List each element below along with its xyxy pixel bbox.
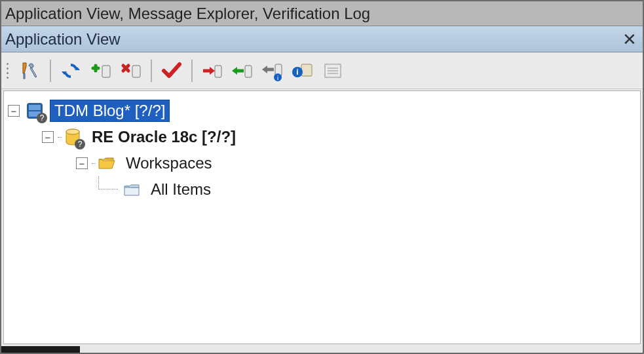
- tree-node-label[interactable]: All Items: [147, 179, 215, 200]
- toolbar-separator: [191, 60, 193, 82]
- export-button[interactable]: [199, 58, 225, 84]
- toolbar-grip: [5, 60, 13, 82]
- check-icon: [161, 60, 182, 81]
- panel-title: Application View: [5, 30, 121, 49]
- svg-point-23: [66, 129, 79, 134]
- refresh-button[interactable]: [58, 58, 84, 84]
- toolbar: i i: [1, 52, 643, 89]
- import-button[interactable]: [229, 58, 256, 84]
- svg-rect-2: [102, 66, 110, 77]
- arrow-left-db-icon: [232, 60, 253, 81]
- toolbar-separator: [50, 60, 51, 82]
- svg-text:i: i: [296, 68, 298, 77]
- tree-node-database[interactable]: − ? RE Oracle 18c [?/?]: [8, 124, 636, 150]
- configure-button[interactable]: [17, 58, 43, 84]
- tree-node-label[interactable]: Workspaces: [122, 153, 216, 174]
- arrow-right-db-icon: [202, 60, 223, 81]
- tree-node-label[interactable]: TDM Blog* [?/?]: [50, 100, 170, 122]
- folder-open-icon: [98, 154, 116, 172]
- tab-strip-label[interactable]: Application View, Message Explorer, Veri…: [5, 5, 370, 23]
- tree-icon: [96, 152, 118, 174]
- toolbar-separator: [151, 60, 152, 82]
- question-badge-icon: ?: [75, 139, 85, 149]
- panel-title-bar: Application View ✕: [1, 26, 643, 52]
- window-frame: Application View, Message Explorer, Veri…: [0, 0, 644, 354]
- svg-rect-20: [29, 105, 41, 110]
- question-badge-icon: ?: [37, 113, 47, 123]
- hammer-wrench-icon: [20, 60, 41, 81]
- close-button[interactable]: ✕: [620, 30, 639, 49]
- svg-marker-5: [210, 67, 215, 75]
- tree-icon: ?: [24, 100, 46, 122]
- svg-rect-4: [215, 66, 221, 77]
- tab-strip: Application View, Message Explorer, Veri…: [1, 1, 643, 26]
- info-table-icon: i: [292, 60, 313, 81]
- tree-node-workspaces[interactable]: − Workspaces: [8, 150, 636, 176]
- plus-db-icon: [90, 60, 111, 81]
- refresh-icon: [60, 60, 81, 81]
- remove-button[interactable]: [118, 58, 144, 84]
- add-button[interactable]: [88, 58, 114, 84]
- x-db-icon: [121, 60, 142, 81]
- tree-icon: ?: [62, 126, 84, 148]
- tree-node-label[interactable]: RE Oracle 18c [?/?]: [88, 127, 240, 148]
- svg-rect-3: [132, 66, 140, 77]
- details-button: [320, 58, 346, 84]
- import-info-button[interactable]: i: [259, 58, 286, 84]
- svg-rect-12: [301, 64, 312, 76]
- footer-strip: [1, 346, 80, 353]
- expander-icon[interactable]: −: [42, 131, 54, 143]
- expander-icon[interactable]: −: [8, 105, 20, 117]
- info-table-button[interactable]: i: [290, 58, 316, 84]
- folder-icon: [123, 180, 141, 199]
- svg-marker-7: [232, 67, 237, 75]
- tree-view[interactable]: − ? TDM Blog* [?/?] − ?: [3, 90, 641, 344]
- details-icon: [322, 60, 343, 81]
- tree-node-all-items[interactable]: All Items: [8, 176, 636, 203]
- expander-icon[interactable]: −: [76, 157, 88, 169]
- tree-node-root[interactable]: − ? TDM Blog* [?/?]: [8, 98, 636, 124]
- svg-marker-9: [262, 66, 267, 73]
- svg-rect-6: [245, 66, 252, 77]
- tree-icon: [121, 178, 143, 201]
- close-icon: ✕: [622, 31, 637, 48]
- arrow-left-db-info-icon: i: [262, 60, 283, 81]
- validate-button[interactable]: [159, 58, 185, 84]
- svg-text:i: i: [277, 75, 278, 81]
